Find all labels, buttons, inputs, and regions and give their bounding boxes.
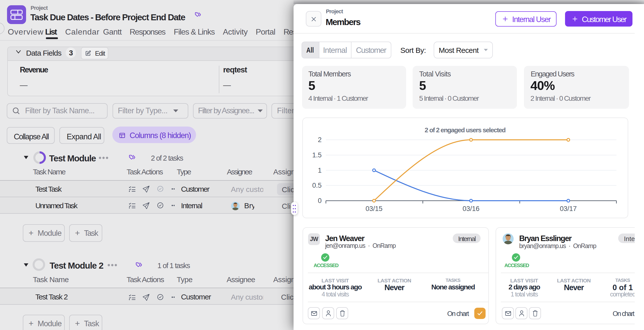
svg-text:0.5: 0.5: [312, 182, 322, 189]
svg-text:03/16: 03/16: [463, 205, 480, 212]
svg-text:1: 1: [318, 167, 322, 174]
svg-text:03/15: 03/15: [365, 205, 383, 212]
svg-text:1.5: 1.5: [312, 151, 322, 159]
svg-text:03/17: 03/17: [560, 205, 577, 212]
svg-text:2: 2: [318, 136, 322, 144]
svg-text:0: 0: [318, 197, 322, 204]
